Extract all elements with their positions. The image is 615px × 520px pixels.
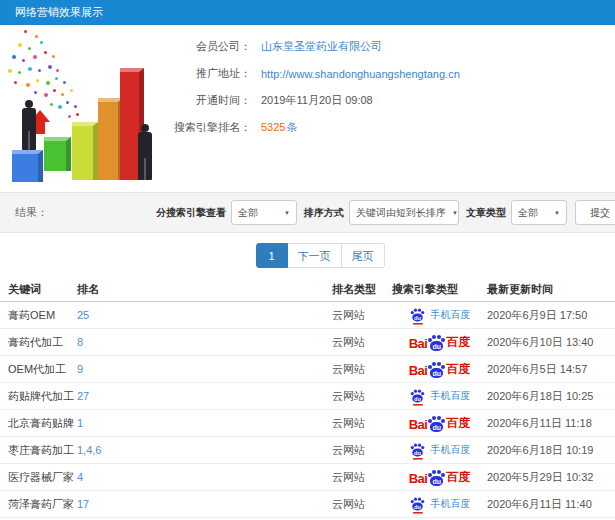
rank-cell: 4 bbox=[77, 471, 332, 483]
keyword-cell: 药贴牌代加工 bbox=[0, 389, 77, 404]
baidu-logo[interactable]: Baidu百度 bbox=[409, 334, 471, 351]
table-header-row: 关键词排名排名类型搜索引擎类型最新更新时间 bbox=[0, 278, 615, 302]
mobile-baidu-logo[interactable]: du手机百度 bbox=[409, 307, 471, 323]
rank-cell: 25 bbox=[77, 309, 332, 321]
confetti-dot bbox=[61, 93, 64, 96]
member-company-value[interactable]: 山东皇圣堂药业有限公司 bbox=[261, 39, 382, 54]
update-time-cell: 2020年5月29日 10:32 bbox=[487, 470, 615, 485]
filter-bar: 结果： 分搜索引擎查看 全部 ▼ 排序方式 关键词由短到长排序 ▼ 文章类型 全… bbox=[0, 192, 615, 233]
keyword-cell: 枣庄膏药加工 bbox=[0, 443, 77, 458]
chevron-down-icon: ▼ bbox=[554, 210, 560, 216]
table-row[interactable]: 膏药OEM25云网站du手机百度2020年6月9日 17:50 bbox=[0, 302, 615, 329]
bar-2 bbox=[72, 122, 98, 180]
baidu-logo-bai: Bai bbox=[409, 417, 428, 432]
engine-cell: du手机百度 bbox=[392, 307, 487, 323]
rank-link[interactable]: 9 bbox=[77, 363, 83, 375]
mobile-baidu-logo[interactable]: du手机百度 bbox=[409, 388, 471, 404]
confetti-dot bbox=[56, 69, 59, 72]
baidu-paw-icon: du bbox=[428, 470, 445, 486]
last-page-button[interactable]: 尾页 bbox=[342, 243, 385, 268]
table-row[interactable]: 菏泽膏药厂家17云网站du手机百度2020年6月11日 11:40 bbox=[0, 491, 615, 518]
confetti-dot bbox=[66, 101, 69, 104]
company-info: 会员公司：山东皇圣堂药业有限公司推广地址：http://www.shandong… bbox=[155, 33, 460, 141]
mobile-baidu-logo[interactable]: du手机百度 bbox=[409, 442, 471, 458]
table-row[interactable]: OEM代加工9云网站Baidu百度2020年6月5日 14:57 bbox=[0, 356, 615, 383]
article-type-filter-label: 文章类型 bbox=[466, 206, 506, 220]
rank-link[interactable]: 17 bbox=[77, 498, 89, 510]
businessman-left bbox=[22, 108, 36, 150]
rank-cell: 9 bbox=[77, 363, 332, 375]
engine-filter-select[interactable]: 全部 ▼ bbox=[231, 200, 297, 225]
keyword-cell: 菏泽膏药厂家 bbox=[0, 497, 77, 512]
mobile-baidu-label: 手机百度 bbox=[431, 308, 471, 322]
engine-cell: du手机百度 bbox=[392, 442, 487, 458]
baidu-logo-baidu: 百度 bbox=[446, 469, 470, 486]
mobile-baidu-logo[interactable]: du手机百度 bbox=[409, 496, 471, 512]
engine-rank-count-unit[interactable]: 条 bbox=[286, 121, 297, 133]
confetti-dot bbox=[58, 105, 62, 109]
engine-cell: du手机百度 bbox=[392, 496, 487, 512]
page-title: 网络营销效果展示 bbox=[15, 0, 103, 25]
confetti-dot bbox=[28, 47, 31, 50]
table-row[interactable]: 北京膏药贴牌1云网站Baidu百度2020年6月11日 11:18 bbox=[0, 410, 615, 437]
baidu-paw-icon: du bbox=[428, 335, 445, 351]
info-row-open-time: 开通时间：2019年11月20日 09:08 bbox=[155, 87, 460, 114]
baidu-logo-baidu: 百度 bbox=[446, 415, 470, 432]
rank-link[interactable]: 27 bbox=[77, 390, 89, 402]
info-row-promo-url: 推广地址：http://www.shandonghuangshengtang.c… bbox=[155, 60, 460, 87]
column-header-4: 最新更新时间 bbox=[487, 282, 615, 297]
baidu-logo-bai: Bai bbox=[409, 363, 428, 378]
open-time-value: 2019年11月20日 09:08 bbox=[261, 93, 373, 108]
businessman-right bbox=[138, 132, 152, 180]
rank-link[interactable]: 25 bbox=[77, 309, 89, 321]
rank-cell: 27 bbox=[77, 390, 332, 402]
page: 网络营销效果展示 会员公司：山东皇圣堂药业有限公司推广地址：http://www… bbox=[0, 0, 615, 520]
sort-filter-select[interactable]: 关键词由短到长排序 ▼ bbox=[349, 200, 459, 225]
table-body: 膏药OEM25云网站du手机百度2020年6月9日 17:50膏药代加工8云网站… bbox=[0, 302, 615, 518]
keyword-cell: 医疗器械厂家 bbox=[0, 470, 77, 485]
confetti-dot bbox=[63, 81, 66, 84]
submit-button[interactable]: 提交 bbox=[575, 200, 615, 225]
article-type-filter-select[interactable]: 全部 ▼ bbox=[511, 200, 567, 225]
rank-link[interactable]: 4 bbox=[77, 471, 83, 483]
sort-filter-value: 关键词由短到长排序 bbox=[356, 206, 446, 220]
page-1-button[interactable]: 1 bbox=[256, 243, 288, 268]
confetti-dot bbox=[24, 30, 27, 33]
table-row[interactable]: 医疗器械厂家4云网站Baidu百度2020年5月29日 10:32 bbox=[0, 464, 615, 491]
engine-filter-label: 分搜索引擎查看 bbox=[156, 206, 226, 220]
rank-link[interactable]: 1,4,6 bbox=[77, 444, 101, 456]
info-section: 会员公司：山东皇圣堂药业有限公司推广地址：http://www.shandong… bbox=[0, 25, 615, 192]
table-row[interactable]: 药贴牌代加工27云网站du手机百度2020年6月18日 10:25 bbox=[0, 383, 615, 410]
engine-cell: Baidu百度 bbox=[392, 334, 487, 351]
rank-link[interactable]: 8 bbox=[77, 336, 83, 348]
confetti-dot bbox=[33, 55, 37, 59]
mobile-baidu-label: 手机百度 bbox=[431, 443, 471, 457]
engine-filter-value: 全部 bbox=[238, 206, 258, 220]
baidu-logo[interactable]: Baidu百度 bbox=[409, 361, 471, 378]
keyword-cell: OEM代加工 bbox=[0, 362, 77, 377]
confetti-dot bbox=[12, 55, 16, 59]
keyword-cell: 膏药代加工 bbox=[0, 335, 77, 350]
rank-type-cell: 云网站 bbox=[332, 308, 392, 323]
table-row[interactable]: 枣庄膏药加工1,4,6云网站du手机百度2020年6月18日 10:19 bbox=[0, 437, 615, 464]
chevron-down-icon: ▼ bbox=[284, 210, 290, 216]
rank-type-cell: 云网站 bbox=[332, 389, 392, 404]
table-row[interactable]: 膏药代加工8云网站Baidu百度2020年6月10日 13:40 bbox=[0, 329, 615, 356]
rank-link[interactable]: 1 bbox=[77, 417, 83, 429]
baidu-logo[interactable]: Baidu百度 bbox=[409, 415, 471, 432]
header-bar: 网络营销效果展示 bbox=[0, 0, 615, 25]
pagination-group: 1 下一页 尾页 bbox=[256, 243, 385, 268]
mobile-baidu-label: 手机百度 bbox=[431, 389, 471, 403]
baidu-paw-icon: du bbox=[410, 444, 424, 457]
baidu-logo[interactable]: Baidu百度 bbox=[409, 469, 471, 486]
keyword-cell: 膏药OEM bbox=[0, 308, 77, 323]
up-arrow-icon bbox=[33, 108, 53, 134]
engine-cell: Baidu百度 bbox=[392, 415, 487, 432]
baidu-paw-icon: du bbox=[428, 416, 445, 432]
promo-url-value[interactable]: http://www.shandonghuangshengtang.cn bbox=[261, 68, 460, 80]
engine-rank-count-value: 5325条 bbox=[261, 120, 297, 135]
next-page-button[interactable]: 下一页 bbox=[288, 243, 342, 268]
sort-filter-label: 排序方式 bbox=[304, 206, 344, 220]
update-time-cell: 2020年6月5日 14:57 bbox=[487, 362, 615, 377]
update-time-cell: 2020年6月11日 11:40 bbox=[487, 497, 615, 512]
